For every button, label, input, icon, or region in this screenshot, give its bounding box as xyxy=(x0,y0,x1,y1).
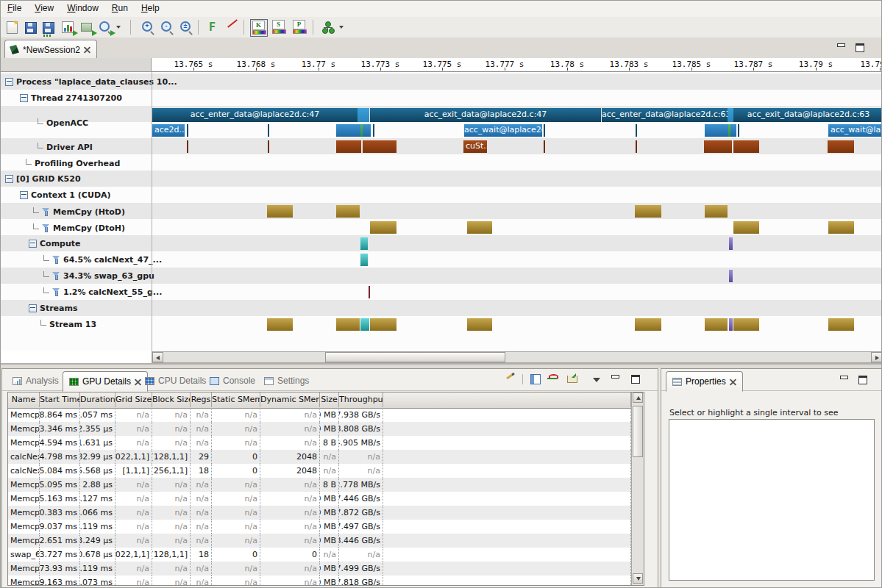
interval-memcpy-htod[interactable] xyxy=(336,205,360,218)
column-header-grid-size[interactable]: Grid Size xyxy=(115,392,152,407)
time-ruler[interactable]: 13.765 s13.768 s13.77 s13.773 s13.775 s1… xyxy=(152,58,882,72)
timeline-canvas[interactable]: acc_enter_data@laplace2d.c:47acc_exit_da… xyxy=(152,72,881,351)
minimize-icon[interactable] xyxy=(611,375,620,382)
interval-openacc-wait[interactable] xyxy=(268,124,269,137)
interval-stream13[interactable] xyxy=(467,318,492,331)
menu-help[interactable]: Help xyxy=(135,1,166,15)
interval-openacc-wait[interactable]: acc_wait@laplace2d.c... xyxy=(464,124,542,137)
timeline-row-label[interactable]: 64.5% calcNext_47_... xyxy=(43,253,162,266)
table-row[interactable]: swap_63173.727 ms50.678 µs[1022,1,1][128… xyxy=(8,548,631,562)
table-row[interactable]: Memcpy153.346 ms52.355 µsn/an/an/an/an/a… xyxy=(8,422,631,436)
table-row[interactable]: Memcpy155.095 ms2.88 µsn/an/an/an/an/a8 … xyxy=(8,478,631,492)
interval-openacc-api[interactable] xyxy=(358,108,369,122)
interval-driver-api[interactable]: cuSt... xyxy=(463,140,487,153)
close-icon[interactable] xyxy=(730,379,736,385)
interval-kernel-calcNext47[interactable] xyxy=(360,254,368,266)
interval-openacc-wait[interactable] xyxy=(730,124,736,137)
table-row[interactable]: Memcpy173.93 ms1.119 msn/an/an/an/an/a9 … xyxy=(8,562,631,576)
timeline-row-label[interactable]: Compute xyxy=(29,237,81,250)
collapse-minus-icon[interactable] xyxy=(20,191,28,199)
table-row[interactable]: calcNext155.084 ms5.568 µs[1,1,1][256,1,… xyxy=(8,464,631,478)
interval-stream13[interactable] xyxy=(705,318,728,331)
zoom-in-button[interactable]: + xyxy=(141,20,155,35)
table-row[interactable]: Memcpy160.383 ms1.066 msn/an/an/an/an/a9… xyxy=(8,506,631,520)
interval-openacc-wait[interactable] xyxy=(373,124,374,137)
table-row[interactable]: Memcpy155.163 ms1.127 msn/an/an/an/an/a9… xyxy=(8,492,631,506)
scroll-down-button[interactable] xyxy=(633,573,643,584)
timeline-row-label[interactable]: Profiling Overhead xyxy=(26,157,120,170)
minimize-icon[interactable] xyxy=(836,43,846,51)
collapse-minus-icon[interactable] xyxy=(5,175,13,183)
timeline-row-label[interactable]: OpenACC xyxy=(38,116,88,129)
timeline-row-label[interactable]: Stream 13 xyxy=(40,318,96,331)
interval-driver-api[interactable] xyxy=(268,140,269,153)
close-icon[interactable] xyxy=(84,46,90,53)
zoom-out-button[interactable]: - xyxy=(160,20,174,35)
tab-session[interactable]: *NewSession2 xyxy=(4,40,97,59)
timeline-horizontal-scrollbar[interactable] xyxy=(152,351,882,363)
interval-openacc-api[interactable]: acc_enter_data@laplace2d.c:47 xyxy=(152,108,358,122)
minimize-icon[interactable] xyxy=(839,376,849,383)
scroll-up-button[interactable] xyxy=(633,392,643,403)
tab-properties[interactable]: Properties xyxy=(666,371,743,392)
interval-openacc-wait[interactable] xyxy=(187,124,188,137)
column-header-static-smem[interactable]: Static SMem xyxy=(212,392,260,407)
interval-driver-api[interactable] xyxy=(636,140,637,153)
edit-filter-button[interactable] xyxy=(505,373,518,385)
interval-stream13[interactable] xyxy=(370,318,396,331)
interval-driver-api[interactable] xyxy=(336,140,361,153)
timeline-row-label[interactable]: Context 1 (CUDA) xyxy=(20,188,111,201)
tab-cpu-details[interactable]: CPU Details xyxy=(139,371,212,390)
interval-openacc-api[interactable] xyxy=(728,108,733,122)
interval-compute[interactable] xyxy=(360,237,368,250)
column-header-filler[interactable] xyxy=(383,392,631,407)
maximize-icon[interactable] xyxy=(631,375,641,382)
link-timeline-button[interactable] xyxy=(547,373,560,385)
timeline-row-label[interactable]: Streams xyxy=(29,301,78,315)
save-button[interactable] xyxy=(24,20,38,35)
interval-openacc-wait[interactable] xyxy=(363,124,371,137)
interval-openacc-wait[interactable] xyxy=(336,124,360,137)
interval-memcpy-htod[interactable] xyxy=(267,205,293,218)
interval-memcpy-dtoh[interactable] xyxy=(733,221,759,234)
color-by-kernel-button[interactable]: K xyxy=(250,19,268,37)
interval-openacc-api[interactable]: acc_exit_data@laplace2d.c:47 xyxy=(370,108,601,122)
interval-driver-api[interactable] xyxy=(733,140,759,153)
interval-memcpy-htod[interactable] xyxy=(705,205,728,218)
column-header-size[interactable]: Size xyxy=(320,392,339,407)
view-menu-caret[interactable] xyxy=(593,378,600,382)
layout-button[interactable] xyxy=(529,373,542,385)
table-row[interactable]: calcNext154.798 ms282.99 µs[1022,1,1][12… xyxy=(8,450,631,464)
tab-analysis[interactable]: Analysis xyxy=(7,371,65,390)
scrollbar-thumb[interactable] xyxy=(633,406,643,457)
collapse-minus-icon[interactable] xyxy=(29,304,37,312)
menu-window[interactable]: Window xyxy=(60,1,105,15)
column-header-start-time[interactable]: Start Time xyxy=(40,392,80,407)
timeline-row-label[interactable]: MemCpy (HtoD) xyxy=(33,205,125,218)
scroll-left-button[interactable] xyxy=(152,352,163,362)
timeline-row-label[interactable]: 1.2% calcNext_55_g... xyxy=(43,285,162,298)
timeline-row-label[interactable]: Thread 2741307200 xyxy=(20,91,122,104)
interval-stream13[interactable] xyxy=(336,318,360,331)
goto-marker-button[interactable] xyxy=(225,20,240,35)
column-header-block-size[interactable]: Block Size xyxy=(152,392,191,407)
tab-console[interactable]: Console xyxy=(204,371,261,390)
menu-view[interactable]: View xyxy=(28,1,60,15)
interval-driver-api[interactable] xyxy=(187,140,188,153)
export-button[interactable] xyxy=(566,373,579,385)
interval-stream13[interactable] xyxy=(635,318,661,331)
tab-gpu-details[interactable]: GPU Details xyxy=(63,371,148,392)
collapse-minus-icon[interactable] xyxy=(5,78,13,86)
interval-openacc-api[interactable]: acc_exit_data@laplace2d.c:63 xyxy=(733,108,881,122)
maximize-icon[interactable] xyxy=(856,43,865,51)
interval-driver-api[interactable] xyxy=(828,140,854,153)
column-header-regs[interactable]: Regs xyxy=(191,392,212,407)
interval-memcpy-dtoh[interactable] xyxy=(828,221,854,234)
table-row[interactable]: Memcpy179.163 ms1.073 msn/an/an/an/an/a9… xyxy=(8,576,631,585)
menu-run[interactable]: Run xyxy=(105,1,135,15)
interval-openacc-wait[interactable]: acc_wait@lap xyxy=(828,124,881,137)
interval-openacc-wait[interactable] xyxy=(544,124,545,137)
column-header-throughput[interactable]: Throughput xyxy=(339,392,383,407)
column-header-duration[interactable]: Duration xyxy=(80,392,115,407)
interval-openacc-wait[interactable] xyxy=(705,124,728,137)
